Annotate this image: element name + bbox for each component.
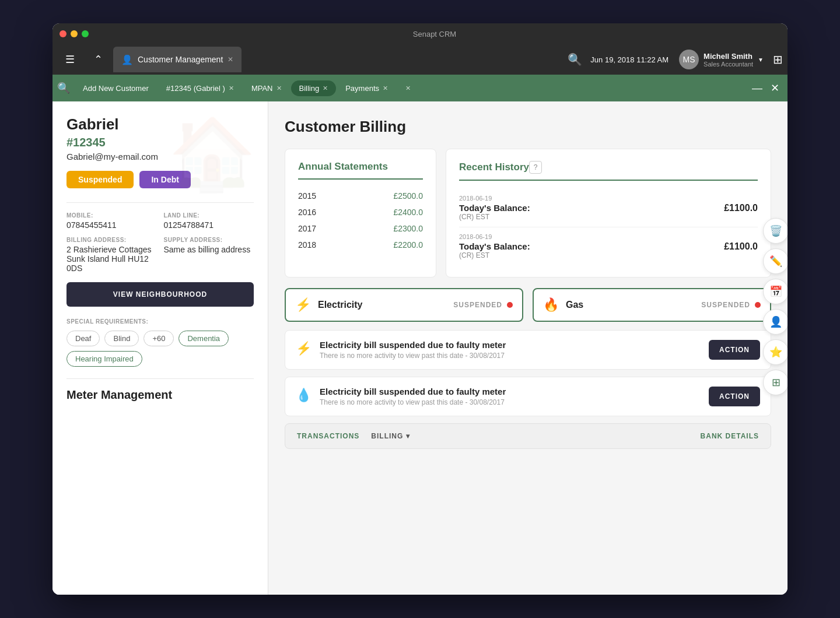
billing-tab-arrow: ▾ <box>406 432 410 440</box>
tabbar-minimize-icon[interactable]: — <box>748 82 766 94</box>
electricity-name: Electricity <box>318 300 453 310</box>
calendar-button[interactable]: 📅 <box>763 279 788 304</box>
star-button[interactable]: ⭐ <box>763 339 788 365</box>
minimize-dot[interactable] <box>71 30 78 37</box>
tabbar: 🔍 Add New Customer #12345 (Gabriel ) ✕ M… <box>52 75 788 101</box>
bill-notice-1-action-button[interactable]: ACTION <box>709 340 760 360</box>
statement-row-2015[interactable]: 2015 £2500.0 <box>298 188 423 204</box>
tabbar-close-icon[interactable]: ✕ <box>767 82 783 94</box>
view-neighbourhood-button[interactable]: VIEW NEIGHBOURHOOD <box>66 282 254 307</box>
main-content: 🏠 Gabriel #12345 Gabriel@my-email.com Su… <box>52 101 788 595</box>
bill-notice-1-icon: ⚡ <box>296 341 312 356</box>
calendar-icon: 📅 <box>769 285 782 298</box>
tab-billing-close-icon[interactable]: ✕ <box>323 85 328 92</box>
statement-row-2018[interactable]: 2018 £2200.0 <box>298 237 423 253</box>
window-controls <box>60 30 89 37</box>
tab-bank-details[interactable]: BANK DETAILS <box>701 432 759 440</box>
annual-statements-title: Annual Statements <box>298 161 423 173</box>
suspended-badge[interactable]: Suspended <box>66 171 134 188</box>
nav-tab-customer-management[interactable]: 👤 Customer Management ✕ <box>113 47 242 72</box>
nav-up-icon[interactable]: ⌃ <box>85 47 111 72</box>
person-button[interactable]: 👤 <box>763 309 788 335</box>
tag-dementia[interactable]: Dementia <box>178 331 229 346</box>
grid-button[interactable]: ⊞ <box>763 370 788 395</box>
tag-blind[interactable]: Blind <box>104 331 139 346</box>
electricity-service-card[interactable]: ⚡ Electricity SUSPENDED <box>285 288 523 322</box>
divider-1 <box>66 202 254 203</box>
recent-history-card: Recent History ? 2018-06-19 Today's Bala… <box>446 149 771 278</box>
tab-mpan-close-icon[interactable]: ✕ <box>276 85 282 92</box>
tab-payments-close-icon[interactable]: ✕ <box>383 85 388 92</box>
tab-mpan-label: MPAN <box>251 84 273 93</box>
bill-notice-2-action-button[interactable]: ACTION <box>709 387 760 406</box>
tab-billing[interactable]: Billing ✕ <box>291 80 337 96</box>
tab-payments-label: Payments <box>345 84 379 93</box>
titlebar: Senapt CRM <box>52 23 788 44</box>
grid-icon: ⊞ <box>772 376 780 389</box>
statement-amount-2018: £2200.0 <box>393 240 423 250</box>
bill-notice-2-sub: There is no more activity to view past t… <box>320 398 709 406</box>
mobile-section: MOBILE: 07845455411 <box>66 212 157 230</box>
avatar: MS <box>679 50 699 69</box>
history-desc-section-1: Today's Balance: (CR) EST <box>459 203 530 221</box>
history-sub-1: (CR) EST <box>459 213 530 221</box>
annual-divider <box>298 178 423 180</box>
history-row-2: Today's Balance: (CR) EST £1100.0 <box>459 241 758 259</box>
cards-row: Annual Statements 2015 £2500.0 2016 £240… <box>285 149 771 278</box>
billing-address-label: BILLING ADDRESS: <box>66 237 157 243</box>
landline-value: 01254788471 <box>164 220 254 230</box>
tab-payments[interactable]: Payments ✕ <box>337 80 396 96</box>
gas-status-dot <box>755 302 761 308</box>
history-amount-1: £1100.0 <box>724 203 758 213</box>
tab-add-new-customer[interactable]: Add New Customer <box>75 80 157 96</box>
search-icon[interactable]: 🔍 <box>568 52 582 66</box>
recent-history-title: Recent History <box>459 161 529 173</box>
statement-row-2016[interactable]: 2016 £2400.0 <box>298 204 423 220</box>
statement-year-2018: 2018 <box>298 240 316 250</box>
sidebar: 🏠 Gabriel #12345 Gabriel@my-email.com Su… <box>52 101 268 595</box>
tab-billing-label: Billing <box>299 84 320 93</box>
edit-button[interactable]: ✏️ <box>763 248 788 274</box>
statement-row-2017[interactable]: 2017 £2300.0 <box>298 220 423 237</box>
help-icon[interactable]: ? <box>529 161 542 174</box>
history-divider <box>459 180 758 181</box>
tab-mpan[interactable]: MPAN ✕ <box>243 80 290 96</box>
close-dot[interactable] <box>60 30 66 37</box>
tag-hearing-impaired[interactable]: Hearing Impaired <box>66 351 142 367</box>
apps-grid-icon[interactable]: ⊞ <box>773 52 783 66</box>
customer-icon: 👤 <box>121 54 133 65</box>
tab-billing-sub[interactable]: BILLING ▾ <box>371 432 410 440</box>
annual-statements-card: Annual Statements 2015 £2500.0 2016 £240… <box>285 149 436 278</box>
gas-service-card[interactable]: 🔥 Gas SUSPENDED <box>533 288 771 322</box>
person-icon: 👤 <box>769 315 782 328</box>
hamburger-menu-icon[interactable]: ☰ <box>57 47 83 72</box>
history-desc-section-2: Today's Balance: (CR) EST <box>459 241 530 259</box>
user-menu[interactable]: MS Michell Smith Sales Accountant ▼ <box>679 50 764 69</box>
bill-notice-2-content: Electricity bill suspended due to faulty… <box>320 387 709 406</box>
special-requirements-label: SPECIAL REQUIREMENTS: <box>66 318 254 325</box>
tab-extra-close-icon[interactable]: ✕ <box>405 85 411 92</box>
history-item-2: 2018-06-19 Today's Balance: (CR) EST £11… <box>459 227 758 265</box>
tabbar-search-icon[interactable]: 🔍 <box>57 82 70 94</box>
tag-deaf[interactable]: Deaf <box>66 331 100 346</box>
statement-year-2017: 2017 <box>298 224 316 233</box>
datetime-display: Jun 19, 2018 11:22 AM <box>590 55 668 64</box>
nav-tab-close-icon[interactable]: ✕ <box>228 55 233 64</box>
history-desc-1: Today's Balance: <box>459 203 530 213</box>
supply-address-label: SUPPLY ADDRESS: <box>164 237 254 243</box>
tag-plus60[interactable]: +60 <box>144 331 174 346</box>
navbar: ☰ ⌃ 👤 Customer Management ✕ 🔍 Jun 19, 20… <box>52 44 788 75</box>
tab-customer-12345[interactable]: #12345 (Gabriel ) ✕ <box>158 80 242 96</box>
bill-notice-1-content: Electricity bill suspended due to faulty… <box>320 340 709 360</box>
supply-address-value: Same as billing address <box>164 245 254 254</box>
bill-notice-2: 💧 Electricity bill suspended due to faul… <box>285 377 771 416</box>
statement-year-2016: 2016 <box>298 208 316 217</box>
delete-button[interactable]: 🗑️ <box>763 218 788 244</box>
tab-transactions[interactable]: TRANSACTIONS <box>297 432 359 440</box>
trash-icon: 🗑️ <box>769 224 782 237</box>
fullscreen-dot[interactable] <box>82 30 89 37</box>
history-sub-2: (CR) EST <box>459 251 530 259</box>
tab-extra-close[interactable]: ✕ <box>397 81 419 96</box>
statement-amount-2017: £2300.0 <box>393 224 423 233</box>
tab-customer-close-icon[interactable]: ✕ <box>229 85 234 92</box>
